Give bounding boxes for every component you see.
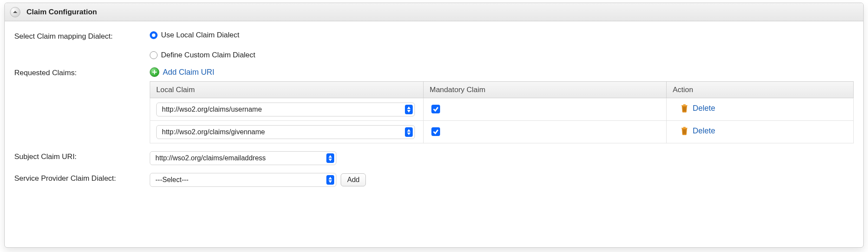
th-action: Action [667, 82, 854, 98]
row-requested: Requested Claims: Add Claim URI Local Cl… [14, 67, 854, 143]
sp-dialect-value: ---Select--- [155, 176, 188, 184]
local-claim-value: http://wso2.org/claims/givenname [162, 128, 265, 136]
claim-config-panel: Claim Configuration Select Claim mapping… [4, 3, 864, 248]
table-row: http://wso2.org/claims/username [150, 98, 854, 121]
updown-icon [326, 153, 334, 163]
delete-claim-button[interactable]: Delete [681, 104, 715, 113]
delete-claim-button[interactable]: Delete [681, 126, 715, 136]
trash-icon [681, 126, 688, 135]
local-claim-select[interactable]: http://wso2.org/claims/givenname [156, 125, 415, 139]
local-claim-select[interactable]: http://wso2.org/claims/username [156, 103, 415, 116]
row-dialect: Select Claim mapping Dialect: Use Local … [14, 31, 854, 60]
radio-use-local[interactable] [150, 31, 158, 39]
updown-icon [405, 127, 413, 137]
radio-define-custom[interactable] [150, 51, 158, 59]
svg-rect-6 [683, 127, 686, 128]
add-claim-uri-label: Add Claim URI [163, 68, 214, 77]
mandatory-checkbox[interactable] [431, 105, 440, 113]
delete-label: Delete [693, 126, 715, 136]
label-subject: Subject Claim URI: [14, 151, 150, 162]
svg-rect-1 [683, 104, 686, 105]
label-requested: Requested Claims: [14, 67, 150, 78]
add-claim-uri-link[interactable]: Add Claim URI [150, 67, 214, 77]
svg-rect-2 [683, 107, 684, 111]
mandatory-checkbox[interactable] [431, 127, 440, 136]
row-subject: Subject Claim URI: http://wso2.org/claim… [14, 151, 854, 165]
panel-body: Select Claim mapping Dialect: Use Local … [5, 21, 863, 247]
delete-label: Delete [693, 104, 715, 113]
requested-claims-table: Local Claim Mandatory Claim Action http:… [150, 81, 854, 143]
row-sp-dialect: Service Provider Claim Dialect: ---Selec… [14, 173, 854, 187]
label-sp-dialect: Service Provider Claim Dialect: [14, 173, 150, 184]
trash-icon [681, 104, 688, 113]
radio-use-local-label: Use Local Claim Dialect [161, 31, 239, 40]
plus-circle-icon [150, 67, 159, 77]
sp-dialect-select[interactable]: ---Select--- [150, 173, 336, 187]
panel-title: Claim Configuration [26, 8, 97, 17]
table-row: http://wso2.org/claims/givenname [150, 121, 854, 143]
panel-header: Claim Configuration [5, 3, 863, 21]
svg-rect-7 [683, 129, 684, 134]
updown-icon [405, 105, 413, 114]
svg-rect-4 [685, 107, 686, 111]
subject-claim-select[interactable]: http://wso2.org/claims/emailaddress [150, 151, 336, 165]
svg-rect-5 [681, 128, 687, 129]
svg-rect-3 [684, 107, 684, 111]
updown-icon [326, 175, 334, 185]
collapse-toggle[interactable] [10, 7, 20, 17]
th-mandatory: Mandatory Claim [424, 82, 667, 98]
svg-rect-9 [685, 129, 686, 134]
svg-rect-8 [684, 129, 684, 134]
local-claim-value: http://wso2.org/claims/username [162, 106, 262, 113]
svg-rect-0 [681, 105, 687, 106]
radio-define-custom-label: Define Custom Claim Dialect [161, 51, 255, 60]
add-dialect-button[interactable]: Add [341, 173, 366, 186]
label-dialect: Select Claim mapping Dialect: [14, 31, 150, 42]
th-local-claim: Local Claim [150, 82, 424, 98]
subject-claim-value: http://wso2.org/claims/emailaddress [155, 154, 266, 162]
chevron-up-icon [13, 10, 18, 15]
